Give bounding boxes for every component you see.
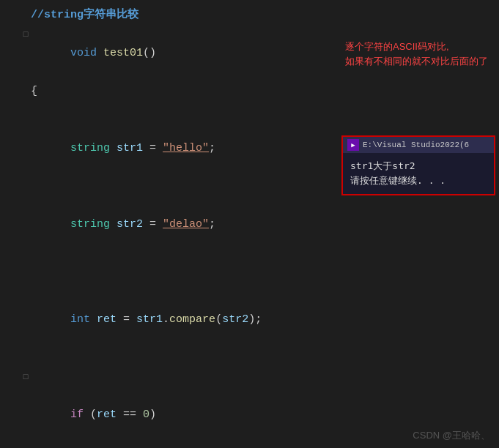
title-comment-line: //string字符串比较 [0, 6, 499, 25]
title-comment: //string字符串比较 [31, 6, 493, 25]
vs-icon: ▶ [347, 139, 359, 151]
code-line-7 [0, 348, 499, 367]
collapse-btn-8[interactable]: □ [21, 367, 31, 387]
line-code-5 [31, 253, 493, 272]
line-code-6: int ret = str1.compare(str2); [31, 272, 493, 348]
collapse-btn-1[interactable]: □ [21, 25, 31, 44]
code-line-6: int ret = str1.compare(str2); [0, 272, 499, 348]
code-line-9: { [0, 444, 499, 448]
line-code-7 [31, 348, 493, 367]
code-line-5 [0, 253, 499, 272]
console-popup: ▶ E:\Visual Studio2022(6 str1大于str2 请按任意… [341, 135, 495, 195]
code-line-2: { [0, 82, 499, 101]
console-output-line1: str1大于str2 [350, 159, 487, 173]
code-editor: //string字符串比较 □ void test01() { string s… [0, 0, 499, 448]
line-code-1: void test01() [31, 25, 493, 82]
line-code-9: { [31, 444, 493, 448]
console-body: str1大于str2 请按任意键继续. . . [343, 153, 494, 194]
code-line-1: □ void test01() [0, 25, 499, 82]
console-output-line2: 请按任意键继续. . . [350, 173, 487, 188]
line-code-2: { [31, 82, 493, 101]
console-titlebar: ▶ E:\Visual Studio2022(6 [343, 137, 494, 153]
watermark: CSDN @王哈哈、 [413, 429, 490, 442]
console-title: E:\Visual Studio2022(6 [363, 141, 469, 149]
